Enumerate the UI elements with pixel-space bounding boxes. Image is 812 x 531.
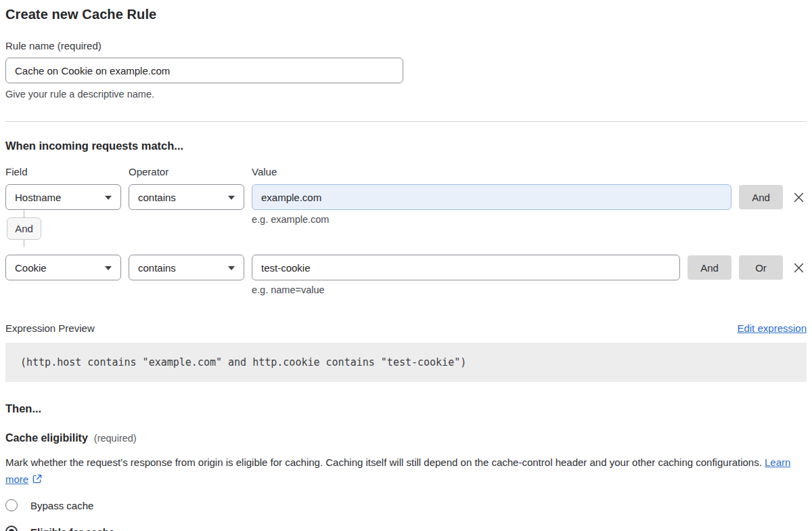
- rule-name-input[interactable]: [5, 58, 403, 83]
- value-hint: e.g. name=value: [252, 284, 325, 295]
- field-select[interactable]: Cookie: [5, 255, 121, 280]
- cache-eligibility-description: Mark whether the request’s response from…: [5, 454, 807, 488]
- group-and-button[interactable]: And: [7, 217, 41, 240]
- page-title: Create new Cache Rule: [5, 7, 807, 22]
- expression-code: (http.host contains "example.com" and ht…: [5, 343, 807, 382]
- connector-line: [24, 240, 24, 247]
- condition-column-labels: Field Operator Value: [5, 166, 807, 177]
- radio-icon[interactable]: [5, 526, 18, 531]
- operator-select[interactable]: contains: [129, 255, 244, 280]
- field-column-label: Field: [5, 166, 121, 177]
- chevron-down-icon: [228, 266, 235, 270]
- field-select-value: Hostname: [15, 192, 61, 203]
- group-connector: And: [5, 210, 41, 247]
- radio-label: Eligible for cache: [30, 526, 114, 531]
- description-text: Mark whether the request’s response from…: [5, 456, 762, 468]
- edit-expression-link[interactable]: Edit expression: [737, 322, 807, 334]
- then-heading: Then...: [5, 402, 807, 415]
- row-spacer: e.g. name=value: [5, 280, 807, 298]
- and-condition-button[interactable]: And: [739, 185, 783, 209]
- cache-eligibility-header: Cache eligibility (required): [5, 432, 807, 444]
- rule-name-helper: Give your rule a descriptive name.: [5, 89, 807, 100]
- match-heading: When incoming requests match...: [5, 140, 807, 152]
- or-condition-button[interactable]: Or: [739, 255, 783, 280]
- radio-option-bypass-cache[interactable]: Bypass cache: [5, 499, 807, 511]
- operator-select[interactable]: contains: [129, 184, 244, 210]
- rule-name-label: Rule name (required): [5, 40, 807, 51]
- row-spacer: And e.g. example.com: [5, 210, 807, 248]
- expression-preview-label: Expression Preview: [5, 322, 95, 334]
- remove-condition-button[interactable]: [790, 259, 807, 276]
- required-note: (required): [94, 433, 137, 444]
- connector-line: [24, 210, 24, 217]
- value-input[interactable]: [252, 255, 680, 280]
- external-link-icon: [32, 473, 43, 484]
- section-divider: [5, 121, 807, 122]
- and-condition-button[interactable]: And: [687, 255, 731, 280]
- chevron-down-icon: [105, 196, 112, 200]
- radio-option-eligible-for-cache[interactable]: Eligible for cache: [5, 526, 807, 531]
- expression-preview-header: Expression Preview Edit expression: [5, 322, 807, 334]
- operator-select-value: contains: [138, 192, 176, 203]
- cache-eligibility-title: Cache eligibility: [5, 432, 88, 444]
- operator-select-value: contains: [138, 262, 176, 274]
- radio-label: Bypass cache: [30, 500, 93, 511]
- field-select-value: Cookie: [15, 262, 47, 274]
- operator-column-label: Operator: [129, 166, 244, 177]
- condition-row: Cookie contains And Or: [5, 255, 807, 280]
- condition-row: Hostname contains And: [5, 184, 807, 210]
- close-icon: [792, 191, 805, 204]
- value-input[interactable]: [252, 184, 731, 210]
- value-hint: e.g. example.com: [252, 214, 329, 225]
- chevron-down-icon: [228, 196, 235, 200]
- close-icon: [792, 261, 805, 274]
- rule-name-section: Rule name (required) Give your rule a de…: [5, 40, 807, 100]
- field-select[interactable]: Hostname: [5, 184, 121, 210]
- chevron-down-icon: [105, 266, 112, 270]
- value-column-label: Value: [252, 166, 807, 177]
- radio-icon[interactable]: [5, 499, 18, 511]
- remove-condition-button[interactable]: [790, 189, 807, 205]
